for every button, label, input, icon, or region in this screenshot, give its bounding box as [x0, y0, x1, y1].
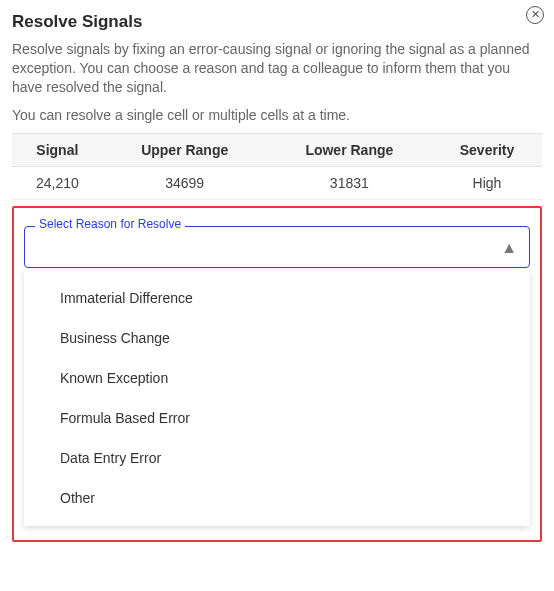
option-business-change[interactable]: Business Change: [24, 318, 530, 358]
chevron-up-icon: ▲: [501, 239, 517, 257]
table-header-row: Signal Upper Range Lower Range Severity: [12, 133, 542, 166]
option-formula-based-error[interactable]: Formula Based Error: [24, 398, 530, 438]
resolve-signals-dialog: ✕ Resolve Signals Resolve signals by fix…: [0, 0, 554, 562]
table-row: 24,210 34699 31831 High: [12, 166, 542, 199]
option-data-entry-error[interactable]: Data Entry Error: [24, 438, 530, 478]
cell-upper-range: 34699: [103, 166, 267, 199]
reason-select-value: [37, 240, 501, 256]
reason-select[interactable]: Select Reason for Resolve ▲: [24, 226, 530, 268]
col-severity: Severity: [432, 133, 542, 166]
cell-signal: 24,210: [12, 166, 103, 199]
close-icon[interactable]: ✕: [526, 6, 544, 24]
cell-severity: High: [432, 166, 542, 199]
dialog-title: Resolve Signals: [12, 12, 542, 32]
signals-table: Signal Upper Range Lower Range Severity …: [12, 133, 542, 200]
reason-dropdown: Immaterial Difference Business Change Kn…: [24, 270, 530, 526]
col-signal: Signal: [12, 133, 103, 166]
col-upper-range: Upper Range: [103, 133, 267, 166]
reason-select-input[interactable]: ▲: [25, 227, 529, 267]
dialog-subdescription: You can resolve a single cell or multipl…: [12, 107, 542, 123]
option-known-exception[interactable]: Known Exception: [24, 358, 530, 398]
col-lower-range: Lower Range: [267, 133, 432, 166]
reason-highlight-box: Select Reason for Resolve ▲ Immaterial D…: [12, 206, 542, 542]
dialog-description: Resolve signals by fixing an error-causi…: [12, 40, 542, 97]
reason-select-label: Select Reason for Resolve: [35, 217, 185, 231]
option-other[interactable]: Other: [24, 478, 530, 518]
option-immaterial-difference[interactable]: Immaterial Difference: [24, 278, 530, 318]
cell-lower-range: 31831: [267, 166, 432, 199]
